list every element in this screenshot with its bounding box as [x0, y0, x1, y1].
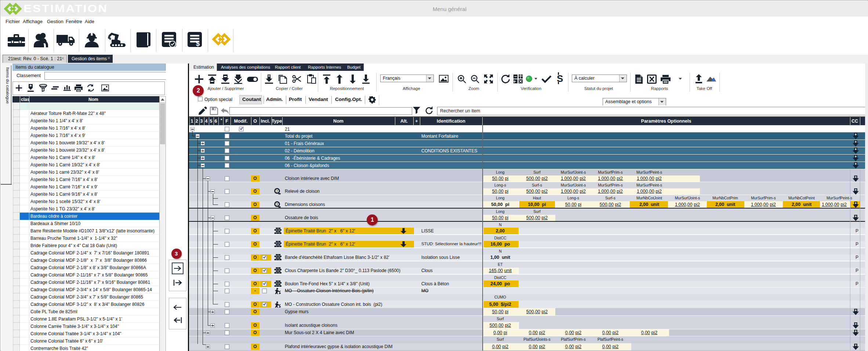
svg-text:$: $ — [196, 40, 200, 47]
svg-text:7: 7 — [276, 189, 278, 193]
svg-text:7: 7 — [276, 202, 278, 206]
